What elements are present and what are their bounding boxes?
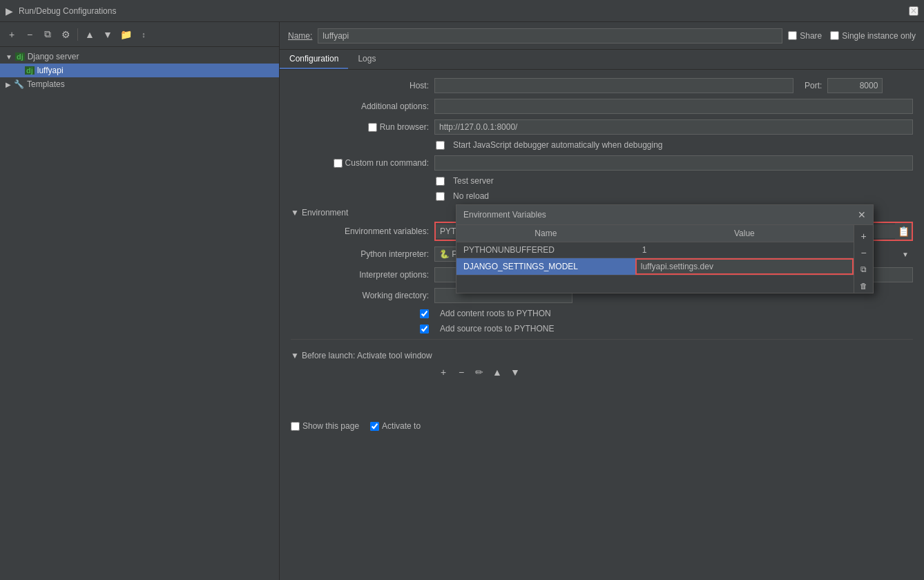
show-this-page-text: Show this page <box>302 421 359 431</box>
share-label: Share <box>800 31 822 41</box>
host-input[interactable] <box>434 78 793 93</box>
env-name-cell-selected: DJANGO_SETTINGS_MODEL <box>456 258 635 276</box>
working-dir-label: Working directory: <box>291 291 429 300</box>
env-vars-label: Environment variables: <box>291 226 429 236</box>
port-input[interactable] <box>827 78 883 93</box>
sidebar-item-templates[interactable]: ▶ 🔧 Templates <box>0 77 279 91</box>
python-interpreter-label: Python interpreter: <box>291 249 429 259</box>
dialog-remove-button[interactable]: − <box>857 246 871 260</box>
separator <box>77 28 78 41</box>
section-arrow: ▼ <box>291 208 299 218</box>
arrow-icon: ▼ <box>6 53 12 61</box>
env-value-input[interactable] <box>635 258 854 275</box>
env-value-cell-editing[interactable] <box>635 258 854 276</box>
dialog-body: Name Value PYTHONUNBUFFERED 1 <box>456 225 873 293</box>
sidebar-item-luffyapi[interactable]: ▶ dj luffyapi <box>0 64 279 77</box>
custom-run-input[interactable] <box>434 155 913 171</box>
add-content-roots-row: Add content roots to PYTHON <box>291 309 913 318</box>
name-input[interactable] <box>318 28 782 44</box>
remove-button[interactable]: − <box>22 27 37 42</box>
env-name-cell: PYTHONUNBUFFERED <box>456 242 635 258</box>
sort-button[interactable]: ↕ <box>136 27 151 42</box>
close-button[interactable]: × <box>909 6 918 16</box>
env-table: Name Value PYTHONUNBUFFERED 1 <box>456 225 854 276</box>
single-instance-checkbox-label[interactable]: Single instance only <box>830 31 916 41</box>
add-content-roots-checkbox[interactable] <box>420 309 429 318</box>
add-button[interactable]: + <box>4 27 19 42</box>
dialog-copy-button[interactable]: ⧉ <box>857 262 871 276</box>
before-launch-section: ▼ Before launch: Activate tool window + … <box>291 339 913 380</box>
table-row[interactable]: PYTHONUNBUFFERED 1 <box>456 242 854 258</box>
no-reload-checkbox[interactable] <box>436 192 445 201</box>
additional-options-input[interactable] <box>434 99 913 114</box>
env-value-cell: 1 <box>635 242 854 258</box>
activate-tool-checkbox[interactable] <box>370 422 379 431</box>
sidebar-item-django-server[interactable]: ▼ dj Django server <box>0 50 279 64</box>
add-content-roots-label: Add content roots to PYTHON <box>440 309 551 318</box>
share-checkbox[interactable] <box>788 31 797 40</box>
up-button[interactable]: ▲ <box>82 27 97 42</box>
launch-add-button[interactable]: + <box>436 365 451 380</box>
launch-edit-button[interactable]: ✏ <box>472 365 487 380</box>
no-reload-label: No reload <box>453 191 489 201</box>
wrench-icon: 🔧 <box>14 79 24 89</box>
no-reload-row: No reload <box>291 191 913 201</box>
custom-run-row: Custom run command: <box>291 155 913 171</box>
dialog-table-area: Name Value PYTHONUNBUFFERED 1 <box>456 225 854 293</box>
sidebar-item-label: Templates <box>27 79 65 89</box>
dj-icon: dj <box>15 52 25 61</box>
sidebar-toolbar: + − ⧉ ⚙ ▲ ▼ 📁 ↕ <box>0 22 279 47</box>
port-label: Port: <box>805 81 822 90</box>
dialog-titlebar: Environment Variables ✕ <box>456 205 873 225</box>
sidebar-item-label: Django server <box>28 52 79 61</box>
folder-button[interactable]: 📁 <box>118 27 133 42</box>
titlebar-title: Run/Debug Configurations <box>19 6 903 16</box>
select-arrow-icon: ▼ <box>902 251 909 258</box>
dj-icon: dj <box>25 66 35 75</box>
content-area: Name: Share Single instance only Configu… <box>280 22 924 580</box>
sidebar: + − ⧉ ⚙ ▲ ▼ 📁 ↕ ▼ dj Django server ▶ dj … <box>0 22 280 580</box>
form-area: Host: Port: Additional options: Run brow… <box>280 70 924 580</box>
host-row: Host: Port: <box>291 78 913 93</box>
section-arrow: ▼ <box>291 351 299 360</box>
dialog-close-button[interactable]: ✕ <box>858 209 866 220</box>
col-value-header: Value <box>635 225 854 242</box>
host-label: Host: <box>291 81 429 90</box>
col-name-header: Name <box>456 225 635 242</box>
single-instance-checkbox[interactable] <box>830 31 839 40</box>
settings-button[interactable]: ⚙ <box>58 27 73 42</box>
tab-configuration[interactable]: Configuration <box>280 50 348 69</box>
js-debugger-row: Start JavaScript debugger automatically … <box>291 140 913 150</box>
additional-options-row: Additional options: <box>291 99 913 114</box>
table-row[interactable]: DJANGO_SETTINGS_MODEL <box>456 258 854 276</box>
arrow-icon: ▶ <box>6 81 11 88</box>
test-server-checkbox[interactable] <box>436 177 445 186</box>
custom-run-checkbox[interactable] <box>334 159 343 168</box>
dialog-table-wrapper: Name Value PYTHONUNBUFFERED 1 <box>456 225 873 293</box>
interpreter-options-label: Interpreter options: <box>291 270 429 280</box>
launch-down-button[interactable]: ▼ <box>508 365 523 380</box>
namebar: Name: Share Single instance only <box>280 22 924 50</box>
launch-toolbar: + − ✏ ▲ ▼ <box>291 365 913 380</box>
tab-logs[interactable]: Logs <box>348 50 385 69</box>
launch-remove-button[interactable]: − <box>454 365 469 380</box>
run-browser-input[interactable] <box>434 119 913 135</box>
copy-button[interactable]: ⧉ <box>40 27 55 42</box>
js-debugger-checkbox[interactable] <box>436 141 445 150</box>
add-source-roots-checkbox[interactable] <box>420 325 429 334</box>
down-button[interactable]: ▼ <box>100 27 115 42</box>
dialog-title: Environment Variables <box>463 210 546 220</box>
share-checkbox-label[interactable]: Share <box>788 31 822 41</box>
config-tree: ▼ dj Django server ▶ dj luffyapi ▶ 🔧 Tem… <box>0 47 279 580</box>
dialog-add-button[interactable]: + <box>857 229 871 243</box>
single-instance-label: Single instance only <box>842 31 916 41</box>
run-browser-checkbox[interactable] <box>368 123 377 132</box>
activate-tool-label[interactable]: Activate to <box>370 421 421 431</box>
additional-options-label: Additional options: <box>291 102 429 111</box>
launch-up-button[interactable]: ▲ <box>490 365 505 380</box>
add-source-roots-row: Add source roots to PYTHONE <box>291 324 913 334</box>
show-this-page-checkbox[interactable] <box>291 422 300 431</box>
env-vars-browse-button[interactable]: 📋 <box>895 223 912 240</box>
show-this-page-label[interactable]: Show this page <box>291 421 359 431</box>
dialog-delete-button[interactable]: 🗑 <box>857 279 871 293</box>
